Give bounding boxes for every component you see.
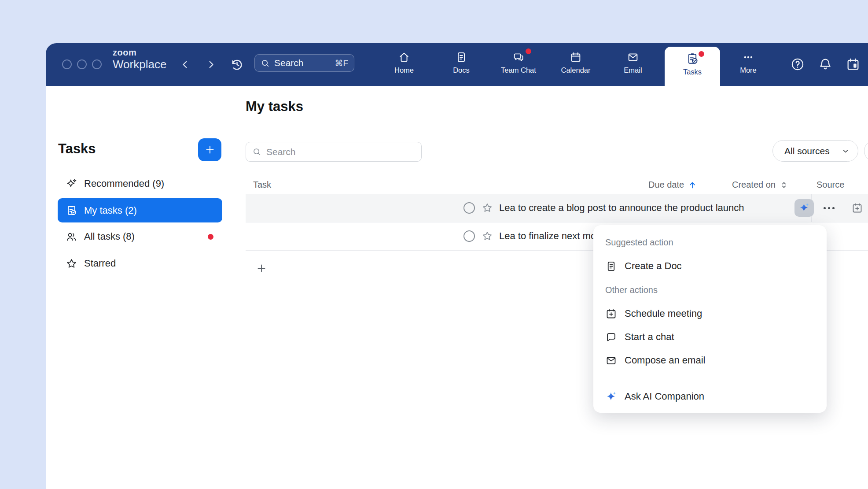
clipboard-check-icon bbox=[66, 204, 77, 216]
page-title: My tasks bbox=[246, 99, 303, 115]
task-complete-checkbox[interactable] bbox=[463, 202, 475, 214]
column-header-task[interactable]: Task bbox=[253, 180, 271, 190]
back-chevron-icon[interactable] bbox=[179, 59, 191, 70]
add-due-date-icon[interactable] bbox=[851, 202, 863, 214]
nav-home[interactable]: Home bbox=[380, 48, 428, 84]
envelope-icon bbox=[605, 355, 617, 367]
all-sources-label: All sources bbox=[784, 146, 830, 156]
star-icon[interactable] bbox=[482, 202, 493, 214]
forward-chevron-icon[interactable] bbox=[205, 59, 217, 70]
tasks-badge bbox=[699, 51, 704, 57]
global-search-box[interactable]: Search ⌘F bbox=[254, 54, 354, 72]
sidebar-item-all-tasks[interactable]: All tasks (8) bbox=[58, 226, 222, 247]
sort-ascending-icon bbox=[688, 180, 697, 190]
menu-item-start-a-chat[interactable]: Start a chat bbox=[605, 328, 818, 346]
app-window: zoom Workplace Search ⌘F bbox=[46, 43, 868, 489]
doc-icon bbox=[605, 260, 617, 272]
menu-divider bbox=[605, 380, 817, 380]
task-search-box[interactable] bbox=[246, 142, 422, 162]
sidebar-item-my-tasks[interactable]: My tasks (2) bbox=[58, 198, 222, 222]
all-tasks-badge bbox=[208, 234, 213, 240]
table-header: Task Due date Created on Source bbox=[246, 176, 868, 194]
people-icon bbox=[66, 231, 77, 243]
calendar-plus-icon bbox=[605, 308, 617, 320]
nav-team-chat[interactable]: Team Chat bbox=[494, 48, 543, 84]
column-header-created-on[interactable]: Created on bbox=[732, 180, 789, 190]
menu-item-create-a-doc[interactable]: Create a Doc bbox=[605, 257, 818, 275]
task-row[interactable]: Lea to create a blog post to announce th… bbox=[246, 194, 868, 222]
ai-sparkle-icon bbox=[798, 202, 810, 214]
window-control-dot[interactable] bbox=[77, 59, 87, 69]
history-icon[interactable] bbox=[229, 57, 245, 72]
logo-zoom: zoom bbox=[113, 48, 166, 57]
filter-button-clipped[interactable] bbox=[864, 140, 868, 162]
add-task-inline-button[interactable] bbox=[256, 263, 267, 274]
email-icon bbox=[627, 51, 639, 63]
suggested-actions-menu: Suggested action Create a Doc Other acti… bbox=[593, 225, 827, 413]
nav-email[interactable]: Email bbox=[609, 48, 657, 84]
sparkle-icon bbox=[66, 178, 77, 190]
chat-icon bbox=[605, 331, 617, 343]
plus-icon bbox=[256, 263, 267, 274]
row-more-actions-button[interactable] bbox=[819, 203, 839, 213]
chevron-down-icon bbox=[841, 147, 850, 156]
zoom-workplace-logo: zoom Workplace bbox=[113, 48, 166, 70]
nav-calendar[interactable]: Calendar bbox=[552, 48, 600, 84]
all-sources-dropdown[interactable]: All sources bbox=[772, 140, 858, 162]
star-icon bbox=[66, 258, 77, 270]
docs-icon bbox=[455, 51, 467, 63]
window-control-dot[interactable] bbox=[92, 59, 102, 69]
search-placeholder: Search bbox=[274, 58, 335, 68]
logo-workplace: Workplace bbox=[113, 59, 166, 70]
menu-item-ask-ai-companion[interactable]: Ask AI Companion bbox=[605, 387, 818, 406]
menu-section-label: Suggested action bbox=[605, 237, 673, 248]
nav-docs[interactable]: Docs bbox=[437, 48, 485, 84]
menu-item-schedule-meeting[interactable]: Schedule meeting bbox=[605, 304, 818, 323]
search-icon bbox=[261, 59, 270, 68]
sidebar-item-label: Recommended (9) bbox=[84, 178, 164, 189]
plus-icon bbox=[204, 144, 216, 156]
sidebar-title: Tasks bbox=[58, 141, 96, 157]
team-chat-icon bbox=[512, 51, 525, 63]
sort-both-icon bbox=[779, 180, 789, 190]
tasks-sidebar: Tasks Recommended (9) bbox=[46, 86, 234, 489]
add-task-button[interactable] bbox=[198, 138, 221, 161]
task-title[interactable]: Lea to create a blog post to announce th… bbox=[499, 202, 744, 214]
top-bar: zoom Workplace Search ⌘F bbox=[46, 43, 868, 86]
schedule-calendar-icon[interactable] bbox=[846, 57, 861, 72]
sidebar-item-label: All tasks (8) bbox=[84, 231, 135, 242]
window-control-dot[interactable] bbox=[62, 59, 72, 69]
notifications-bell-icon[interactable] bbox=[818, 57, 833, 72]
column-header-source[interactable]: Source bbox=[817, 180, 844, 190]
more-ellipsis-icon bbox=[742, 51, 754, 63]
nav-tasks-active-tab[interactable]: Tasks bbox=[665, 47, 720, 86]
sidebar-item-recommended[interactable]: Recommended (9) bbox=[58, 173, 222, 194]
task-search-input[interactable] bbox=[265, 146, 415, 158]
menu-item-compose-an-email[interactable]: Compose an email bbox=[605, 351, 818, 370]
column-header-due-date[interactable]: Due date bbox=[648, 180, 697, 190]
sidebar-item-label: My tasks (2) bbox=[84, 205, 137, 216]
star-icon[interactable] bbox=[482, 230, 493, 242]
ai-sparkle-icon bbox=[605, 391, 617, 403]
ai-companion-button-active[interactable] bbox=[794, 199, 814, 217]
help-icon[interactable] bbox=[790, 57, 805, 72]
nav-more[interactable]: More bbox=[724, 48, 772, 84]
desktop: zoom Workplace Search ⌘F bbox=[0, 0, 868, 489]
tasks-icon bbox=[686, 52, 699, 65]
search-icon bbox=[252, 147, 261, 156]
task-complete-checkbox[interactable] bbox=[463, 230, 475, 242]
search-shortcut: ⌘F bbox=[335, 58, 348, 68]
menu-section-label: Other actions bbox=[605, 285, 658, 295]
sidebar-item-label: Starred bbox=[84, 258, 116, 269]
team-chat-badge bbox=[526, 48, 531, 54]
home-icon bbox=[398, 51, 410, 63]
calendar-icon bbox=[570, 51, 582, 63]
sidebar-item-starred[interactable]: Starred bbox=[58, 253, 222, 274]
